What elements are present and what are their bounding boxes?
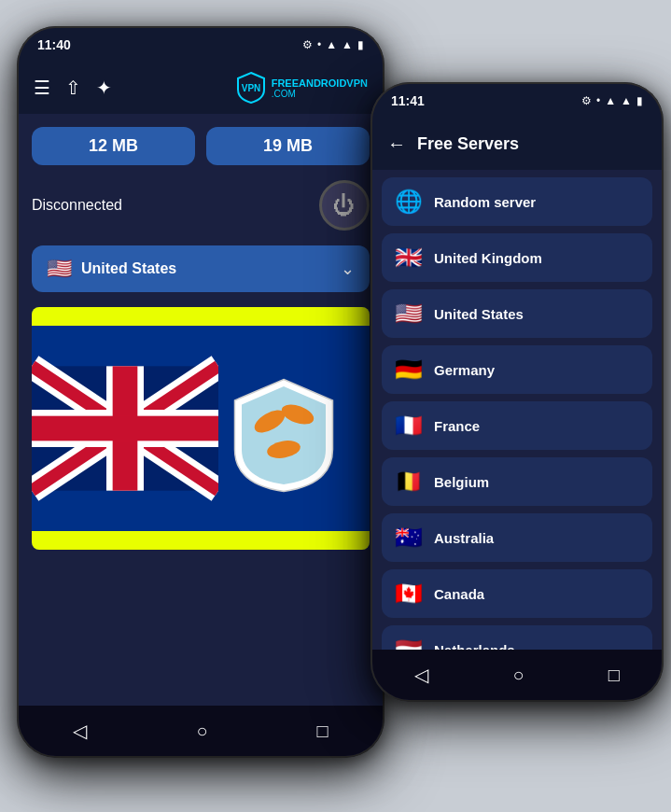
server-name: Netherlands bbox=[434, 642, 515, 651]
server-flag: 🇳🇱 bbox=[395, 637, 423, 650]
settings-icon-2: ⚙ bbox=[581, 94, 592, 107]
server-list: 🌐Random server🇬🇧United Kingdom🇺🇸United S… bbox=[372, 170, 662, 650]
share-icon[interactable]: ⇧ bbox=[65, 77, 81, 99]
server-list-header: ← Free Servers bbox=[372, 118, 662, 170]
server-flag: 🇫🇷 bbox=[395, 413, 423, 439]
shield-logo-icon: VPN bbox=[236, 71, 266, 105]
server-items-container: 🌐Random server🇬🇧United Kingdom🇺🇸United S… bbox=[382, 177, 652, 650]
logo-area: VPN FREEANDROIDVPN .COM bbox=[236, 71, 368, 105]
recent-button-p2[interactable]: □ bbox=[608, 665, 620, 686]
server-name: Australia bbox=[434, 530, 494, 546]
server-name: France bbox=[434, 418, 480, 434]
phone-1-screen: 11:40 ⚙ • ▲ ▲ ▮ ☰ ⇧ ✦ VPN bbox=[19, 28, 383, 756]
connection-status: Disconnected bbox=[32, 197, 122, 214]
main-content-1: 12 MB 19 MB Disconnected ⏻ 🇺🇸 United Sta… bbox=[19, 114, 383, 706]
home-button-1[interactable]: ○ bbox=[196, 721, 207, 742]
anguilla-emblem bbox=[228, 372, 340, 484]
back-button-p2[interactable]: ◁ bbox=[414, 664, 428, 686]
country-flag: 🇺🇸 bbox=[47, 257, 72, 281]
power-icon: ⏻ bbox=[333, 192, 356, 218]
home-button-p2[interactable]: ○ bbox=[512, 665, 524, 686]
back-button-2[interactable]: ← bbox=[387, 133, 406, 155]
settings-icon: ⚙ bbox=[302, 38, 313, 51]
power-button[interactable]: ⏻ bbox=[319, 180, 370, 231]
logo-sub: .COM bbox=[272, 89, 368, 99]
server-name: Random server bbox=[434, 194, 536, 210]
svg-rect-9 bbox=[32, 416, 218, 441]
status-icons-1: ⚙ • ▲ ▲ ▮ bbox=[302, 38, 364, 51]
bottom-nav-1: ◁ ○ □ bbox=[19, 706, 383, 756]
signal-icon-2: ▲ bbox=[621, 94, 632, 107]
back-button-1[interactable]: ◁ bbox=[73, 720, 87, 742]
server-name: Belgium bbox=[434, 474, 489, 490]
server-item[interactable]: 🇬🇧United Kingdom bbox=[382, 233, 652, 282]
flag-main-area bbox=[32, 326, 370, 531]
battery-icon: ▮ bbox=[357, 38, 364, 51]
download-badge: 12 MB bbox=[32, 127, 195, 165]
phone-1: 11:40 ⚙ • ▲ ▲ ▮ ☰ ⇧ ✦ VPN bbox=[19, 28, 383, 756]
server-list-title: Free Servers bbox=[417, 134, 519, 154]
flag-stripe-bottom bbox=[32, 531, 370, 550]
svg-text:VPN: VPN bbox=[241, 83, 260, 93]
server-name: United States bbox=[434, 306, 524, 322]
server-item[interactable]: 🇫🇷France bbox=[382, 401, 652, 450]
flag-stripe-top bbox=[32, 307, 370, 326]
time-1: 11:40 bbox=[37, 37, 71, 52]
server-flag: 🇺🇸 bbox=[395, 301, 423, 327]
time-2: 11:41 bbox=[391, 93, 425, 108]
chevron-down-icon: ⌄ bbox=[341, 259, 355, 279]
connection-area: Disconnected ⏻ bbox=[32, 180, 370, 231]
server-item[interactable]: 🇳🇱Netherlands bbox=[382, 625, 652, 650]
data-row: 12 MB 19 MB bbox=[32, 127, 370, 165]
list-icon[interactable]: ☰ bbox=[34, 77, 50, 99]
status-bar-2: 11:41 ⚙ • ▲ ▲ ▮ bbox=[372, 84, 662, 118]
logo-main: FREEANDROIDVPN bbox=[272, 77, 368, 89]
country-selector[interactable]: 🇺🇸 United States ⌄ bbox=[32, 245, 370, 292]
server-item[interactable]: 🇺🇸United States bbox=[382, 289, 652, 338]
phone-2: 11:41 ⚙ • ▲ ▲ ▮ ← Free Servers 🌐Random s… bbox=[372, 84, 662, 700]
upload-badge: 19 MB bbox=[206, 127, 370, 165]
country-name: United States bbox=[81, 260, 331, 277]
status-icons-2: ⚙ • ▲ ▲ ▮ bbox=[581, 94, 643, 107]
server-item[interactable]: 🇧🇪Belgium bbox=[382, 457, 652, 506]
server-name: Canada bbox=[434, 586, 484, 602]
server-name: Germany bbox=[434, 362, 495, 378]
server-flag: 🌐 bbox=[395, 189, 423, 215]
nav-bar-1: ☰ ⇧ ✦ VPN FREEANDROIDVPN .COM bbox=[19, 62, 383, 114]
server-flag: 🇦🇺 bbox=[395, 525, 423, 551]
status-bar-1: 11:40 ⚙ • ▲ ▲ ▮ bbox=[19, 28, 383, 62]
server-item[interactable]: 🇩🇪Germany bbox=[382, 345, 652, 394]
flag-banner bbox=[32, 307, 370, 550]
dot-icon: • bbox=[317, 38, 321, 51]
server-item[interactable]: 🇦🇺Australia bbox=[382, 513, 652, 562]
logo-text: FREEANDROIDVPN .COM bbox=[272, 77, 368, 99]
uk-flag bbox=[32, 326, 218, 531]
server-flag: 🇧🇪 bbox=[395, 469, 423, 495]
server-item[interactable]: 🇨🇦Canada bbox=[382, 569, 652, 618]
wifi-icon: ▲ bbox=[326, 38, 337, 51]
server-name: United Kingdom bbox=[434, 250, 542, 266]
dot-icon-2: • bbox=[596, 94, 600, 107]
wifi-icon-2: ▲ bbox=[605, 94, 616, 107]
bottom-nav-2: ◁ ○ □ bbox=[372, 650, 662, 700]
recent-button-1[interactable]: □ bbox=[316, 721, 328, 742]
server-flag: 🇩🇪 bbox=[395, 357, 423, 383]
phone-2-screen: 11:41 ⚙ • ▲ ▲ ▮ ← Free Servers 🌐Random s… bbox=[372, 84, 662, 700]
battery-icon-2: ▮ bbox=[636, 94, 643, 107]
signal-icon: ▲ bbox=[342, 38, 353, 51]
nav-icons-left: ☰ ⇧ ✦ bbox=[34, 77, 112, 99]
stars-icon[interactable]: ✦ bbox=[96, 77, 112, 99]
server-item[interactable]: 🌐Random server bbox=[382, 177, 652, 226]
server-flag: 🇨🇦 bbox=[395, 581, 423, 607]
server-flag: 🇬🇧 bbox=[395, 245, 423, 271]
